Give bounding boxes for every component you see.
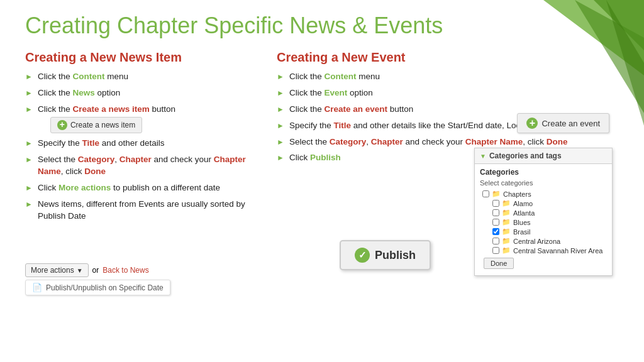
main-container: Creating Chapter Specific News & Events … bbox=[0, 0, 644, 308]
categories-tree: 📁 Chapters 📁 Alamo 📁 Atlanta bbox=[480, 189, 607, 255]
folder-icon: 📁 bbox=[502, 218, 511, 226]
cat-checkbox-atlanta[interactable] bbox=[492, 209, 499, 216]
bullet-arrow-icon: ► bbox=[25, 183, 33, 194]
publish-btn-label: Publish bbox=[375, 249, 416, 262]
chapter-highlight: Chapter bbox=[119, 155, 152, 164]
list-item: ► Specify the Title and other details bbox=[25, 138, 264, 150]
news-highlight: News bbox=[72, 88, 94, 97]
cat-label-central-arizona: Central Arizona bbox=[513, 238, 560, 245]
plus-icon: + bbox=[57, 120, 67, 130]
bullet-arrow-icon: ► bbox=[25, 155, 33, 165]
list-item: ► Click More actions to publish on a dif… bbox=[25, 182, 264, 194]
cat-item-chapters: 📁 Chapters bbox=[482, 189, 607, 199]
list-item: ► Select the Category, Chapter and check… bbox=[25, 154, 264, 178]
folder-icon: 📁 bbox=[502, 199, 511, 207]
publish-button[interactable]: ✓ Publish bbox=[340, 240, 431, 270]
bullet-arrow-icon: ► bbox=[277, 137, 284, 148]
title-highlight: Title bbox=[82, 138, 99, 148]
cat-checkbox-central-savannah[interactable] bbox=[492, 247, 499, 254]
list-item: ► Click the Content menu bbox=[25, 71, 264, 83]
create-news-btn-label: Create a news item bbox=[70, 120, 135, 131]
left-section-title: Creating a New News Item bbox=[25, 50, 264, 65]
bullet-arrow-icon: ► bbox=[25, 104, 33, 115]
cat-checkbox-central-arizona[interactable] bbox=[492, 238, 499, 244]
columns-layout: Creating a New News Item ► Click the Con… bbox=[25, 50, 619, 302]
cat-label-blues: Blues bbox=[513, 219, 531, 226]
publish-highlight: Publish bbox=[310, 153, 341, 162]
left-bullet-list: ► Click the Content menu ► Click the New… bbox=[25, 71, 264, 222]
bullet-arrow-icon: ► bbox=[25, 88, 33, 99]
folder-icon: 📁 bbox=[502, 228, 511, 236]
cat-item-central-arizona: 📁 Central Arizona bbox=[482, 236, 607, 246]
cat-item-atlanta: 📁 Atlanta bbox=[482, 208, 607, 217]
more-actions-highlight: More actions bbox=[58, 183, 111, 192]
cat-item-blues: 📁 Blues bbox=[482, 217, 607, 227]
list-item: ► Click the Event option bbox=[277, 87, 619, 99]
back-to-news-link[interactable]: Back to News bbox=[103, 266, 148, 275]
bullet-arrow-icon: ► bbox=[277, 72, 284, 82]
cat-checkbox-brasil[interactable] bbox=[492, 228, 499, 235]
categories-section-title: Categories bbox=[480, 168, 607, 177]
folder-icon: 📁 bbox=[492, 190, 501, 198]
folder-icon: 📁 bbox=[502, 246, 511, 255]
cat-label-alamo: Alamo bbox=[513, 200, 533, 207]
plus-circle-icon: + bbox=[526, 118, 538, 129]
bullet-arrow-icon: ► bbox=[277, 88, 284, 99]
list-item: ► Select the Category, Chapter and check… bbox=[277, 136, 619, 148]
right-column: Creating a New Event ► Click the Content… bbox=[277, 50, 619, 302]
right-section-title: Creating a New Event bbox=[277, 50, 619, 65]
publish-check-icon: ✓ bbox=[355, 248, 370, 263]
cat-label-central-savannah: Central Savannah River Area bbox=[513, 247, 602, 255]
bullet-arrow-icon: ► bbox=[277, 121, 284, 131]
select-categories-label: Select categories bbox=[480, 179, 607, 187]
create-event-highlight: Create an event bbox=[324, 104, 387, 114]
create-event-btn-label: Create an event bbox=[541, 119, 600, 128]
category-highlight-r: Category bbox=[330, 137, 367, 146]
cat-checkbox-blues[interactable] bbox=[492, 219, 499, 226]
cat-item-brasil: 📁 Brasil bbox=[482, 227, 607, 236]
folder-icon: 📁 bbox=[502, 209, 511, 217]
categories-panel-header: ▼ Categories and tags bbox=[475, 148, 612, 164]
folder-icon: 📁 bbox=[502, 237, 511, 245]
cat-checkbox-alamo[interactable] bbox=[492, 200, 499, 207]
title-highlight-r: Title bbox=[333, 121, 351, 130]
bullet-arrow-icon: ► bbox=[25, 138, 33, 149]
event-highlight: Event bbox=[324, 88, 347, 97]
content-highlight: Content bbox=[72, 72, 104, 81]
page-title: Creating Chapter Specific News & Events bbox=[25, 13, 619, 39]
done-highlight: Done bbox=[84, 167, 106, 176]
left-column: Creating a New News Item ► Click the Con… bbox=[25, 50, 277, 302]
more-actions-area: More actions ▼ or Back to News 📄 Publish… bbox=[25, 263, 170, 295]
list-item: ► Click the News option bbox=[25, 87, 264, 99]
chapter-highlight-r: Chapter bbox=[371, 137, 403, 146]
publish-unpublish-label: Publish/Unpublish on Specific Date bbox=[46, 283, 164, 292]
categories-header-label: Categories and tags bbox=[489, 151, 562, 160]
document-icon: 📄 bbox=[32, 283, 42, 292]
bullet-arrow-icon: ► bbox=[277, 153, 284, 163]
cat-item-alamo: 📁 Alamo bbox=[482, 199, 607, 208]
done-highlight-r: Done bbox=[547, 137, 568, 146]
bullet-arrow-icon: ► bbox=[25, 199, 33, 210]
list-item: ► Click the Create a news item button + … bbox=[25, 104, 264, 134]
cat-item-central-savannah: 📁 Central Savannah River Area bbox=[482, 246, 607, 255]
chapter-name-highlight-r: Chapter Name bbox=[465, 137, 523, 146]
categories-panel: ▼ Categories and tags Categories Select … bbox=[474, 148, 613, 276]
content-highlight-r: Content bbox=[324, 72, 356, 81]
create-event-button[interactable]: + Create an event bbox=[517, 113, 609, 133]
cat-checkbox-chapters[interactable] bbox=[482, 190, 489, 197]
bullet-arrow-icon: ► bbox=[25, 72, 33, 82]
create-news-item-button[interactable]: + Create a news item bbox=[50, 117, 142, 134]
category-highlight: Category bbox=[78, 155, 115, 164]
cat-toggle-icon[interactable]: ▼ bbox=[480, 153, 486, 160]
or-label: or bbox=[92, 266, 99, 275]
bullet-arrow-icon: ► bbox=[277, 104, 284, 115]
categories-done-button[interactable]: Done bbox=[484, 258, 514, 269]
cat-label-brasil: Brasil bbox=[513, 228, 531, 236]
more-actions-button[interactable]: More actions ▼ bbox=[25, 263, 89, 277]
list-item: ► Click the Content menu bbox=[277, 71, 619, 83]
list-item: ► News items, different from Events are … bbox=[25, 199, 264, 222]
create-news-highlight: Create a news item bbox=[72, 104, 149, 114]
categories-panel-body: Categories Select categories 📁 Chapters … bbox=[475, 164, 612, 275]
cat-label-atlanta: Atlanta bbox=[513, 209, 535, 217]
cat-label-chapters: Chapters bbox=[503, 190, 531, 198]
